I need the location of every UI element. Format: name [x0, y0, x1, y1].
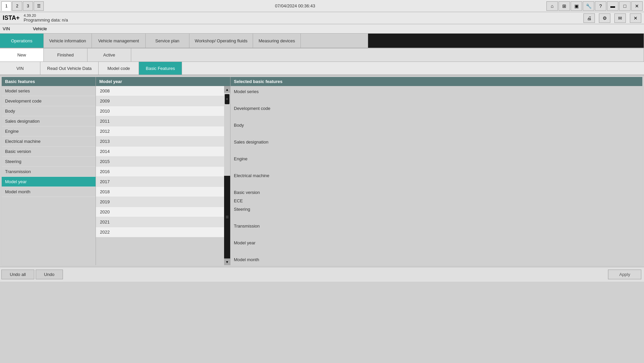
expand-icon[interactable]: □ [619, 1, 631, 11]
list-view-button[interactable]: ☰ [34, 1, 44, 11]
app-version-block: 4.39.20 Programming data: n/a [24, 13, 68, 23]
tab-2-button[interactable]: 2 [12, 1, 22, 11]
tab-operations[interactable]: Operations [0, 34, 44, 48]
year-scrollbar[interactable]: ▲ ≡ ≡ ▼ [224, 86, 230, 265]
vin-vehicle-row: VIN Vehicle [0, 24, 644, 34]
selected-spacer-8 [230, 247, 642, 255]
panels-container: Basic features Model series Development … [1, 77, 643, 266]
close-icon[interactable]: ✕ [631, 1, 643, 11]
feature-steering[interactable]: Steering [2, 157, 96, 167]
selected-sales-designation: Sales designation [230, 138, 642, 146]
subtab-active[interactable]: Active [87, 48, 131, 62]
year-2017[interactable]: 2017 [96, 177, 224, 187]
feature-model-year[interactable]: Model year [2, 177, 96, 187]
year-2018[interactable]: 2018 [96, 187, 224, 197]
grid-icon[interactable]: ⊞ [559, 1, 570, 11]
middle-panel: Model year 2008 2009 2010 2011 2012 2013… [96, 77, 230, 265]
selected-body: Body [230, 121, 642, 129]
feature-transmission[interactable]: Transmission [2, 167, 96, 177]
programming-data: Programming data: n/a [24, 17, 68, 23]
sub-tabs2: VIN Read Out Vehicle Data Model code Bas… [0, 62, 644, 75]
selected-spacer-6 [230, 213, 642, 222]
year-2010[interactable]: 2010 [96, 106, 224, 116]
tab-workshop[interactable]: Workshop/ Operating fluids [189, 34, 253, 48]
selected-spacer-5 [230, 180, 642, 188]
year-2015[interactable]: 2015 [96, 157, 224, 167]
selected-engine: Engine [230, 155, 642, 163]
year-2014[interactable]: 2014 [96, 147, 224, 157]
subtab2-basic-features[interactable]: Basic Features [139, 62, 182, 75]
tab-vehicle-mgmt[interactable]: Vehicle management [92, 34, 146, 48]
title-bar-tabs: 1 2 3 ☰ [1, 1, 44, 11]
year-2011[interactable]: 2011 [96, 116, 224, 126]
year-2020[interactable]: 2020 [96, 207, 224, 217]
year-2016[interactable]: 2016 [96, 167, 224, 177]
print-icon[interactable]: 🖨 [583, 13, 595, 23]
selected-basic-version: Basic version [230, 188, 642, 197]
sub-tabs: New Finished Active [0, 48, 644, 62]
subtab-finished[interactable]: Finished [44, 48, 87, 62]
right-panel-header: Selected basic features [230, 77, 642, 86]
monitor-icon[interactable]: ▬ [607, 1, 618, 11]
help-icon[interactable]: ? [595, 1, 606, 11]
wrench-icon[interactable]: 🔧 [583, 1, 594, 11]
datetime-display: 07/04/2024 00:36:43 [275, 3, 315, 8]
subtab2-vin[interactable]: VIN [0, 62, 40, 75]
feature-electrical-machine[interactable]: Electrical machine [2, 136, 96, 147]
selected-steering: Steering [230, 205, 642, 213]
year-2013[interactable]: 2013 [96, 136, 224, 147]
year-2022[interactable]: 2022 [96, 227, 224, 237]
feature-basic-version[interactable]: Basic version [2, 147, 96, 157]
scrollbar-thumb[interactable]: ≡ [225, 94, 229, 104]
tab-1-button[interactable]: 1 [1, 1, 11, 11]
year-2012[interactable]: 2012 [96, 126, 224, 136]
scrollbar-thumb-area: ≡ [224, 93, 230, 176]
selected-development-code: Development code [230, 104, 642, 113]
year-list: 2008 2009 2010 2011 2012 2013 2014 2015 … [96, 86, 230, 265]
mail-icon[interactable]: ✉ [614, 13, 626, 23]
subtab2-read-out[interactable]: Read Out Vehicle Data [40, 62, 99, 75]
year-2008[interactable]: 2008 [96, 86, 224, 96]
home-icon[interactable]: ⌂ [546, 1, 558, 11]
left-panel: Basic features Model series Development … [2, 77, 96, 265]
apply-button[interactable]: Apply [608, 270, 641, 279]
feature-sales-designation[interactable]: Sales designation [2, 116, 96, 126]
camera-icon[interactable]: ▣ [571, 1, 582, 11]
feature-model-series[interactable]: Model series [2, 86, 96, 96]
scrollbar-up-button[interactable]: ▲ [224, 86, 230, 93]
subtab2-model-code[interactable]: Model code [99, 62, 139, 75]
vehicle-label: Vehicle [33, 26, 47, 31]
scrollbar-down-button[interactable]: ▼ [224, 258, 230, 265]
app-version: 4.39.20 [24, 13, 68, 17]
tab-vehicle-info[interactable]: Vehicle information [44, 34, 92, 48]
settings-icon[interactable]: ⚙ [599, 13, 610, 23]
feature-development-code[interactable]: Development code [2, 96, 96, 106]
year-2021[interactable]: 2021 [96, 217, 224, 227]
subtab-new[interactable]: New [0, 48, 44, 62]
selected-spacer-3 [230, 146, 642, 155]
undo-all-button[interactable]: Undo all [1, 270, 34, 279]
selected-spacer-1 [230, 113, 642, 121]
feature-engine[interactable]: Engine [2, 126, 96, 136]
tab-measuring[interactable]: Measuring devices [253, 34, 300, 48]
tab-3-button[interactable]: 3 [23, 1, 33, 11]
title-bar-icons: ⌂ ⊞ ▣ 🔧 ? ▬ □ ✕ [546, 1, 643, 11]
feature-model-month[interactable]: Model month [2, 187, 96, 197]
selected-spacer-0 [230, 96, 642, 104]
app-header: ISTA+ 4.39.20 Programming data: n/a 🖨 ⚙ … [0, 12, 644, 24]
bottom-left-buttons: Undo all Undo [1, 270, 63, 279]
undo-button[interactable]: Undo [36, 270, 63, 279]
selected-transmission: Transmission [230, 222, 642, 230]
bottom-bar: Undo all Undo Apply [0, 267, 644, 282]
year-2019[interactable]: 2019 [96, 197, 224, 207]
close2-icon[interactable]: ✕ [630, 13, 641, 23]
title-bar: 1 2 3 ☰ 07/04/2024 00:36:43 ⌂ ⊞ ▣ 🔧 ? ▬ … [0, 0, 644, 12]
feature-body[interactable]: Body [2, 106, 96, 116]
selected-features-list: Model series Development code Body Sales… [230, 86, 642, 265]
scrollbar-dark-area[interactable]: ≡ [224, 176, 230, 259]
selected-model-series: Model series [230, 87, 642, 96]
year-2009[interactable]: 2009 [96, 96, 224, 106]
basic-features-list: Model series Development code Body Sales… [2, 86, 96, 265]
nav-tabs: Operations Vehicle information Vehicle m… [0, 34, 644, 48]
tab-service-plan[interactable]: Service plan [146, 34, 189, 48]
